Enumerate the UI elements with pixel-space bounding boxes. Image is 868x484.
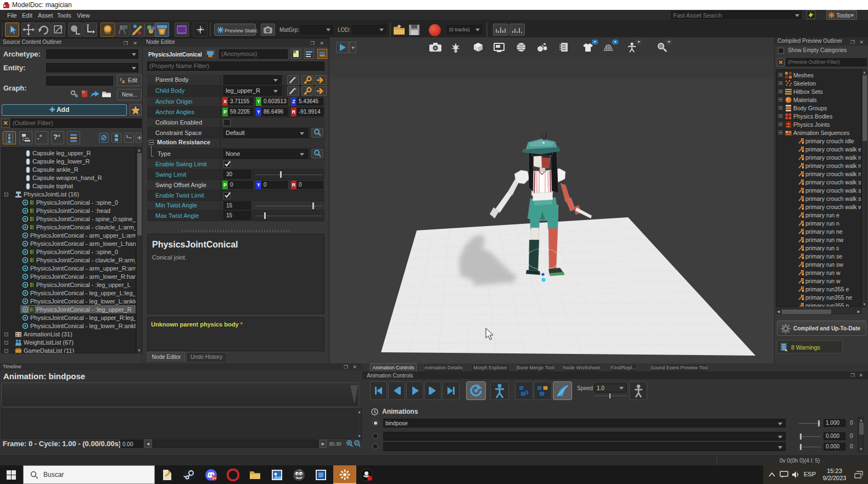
svg-text:4: 4: [122, 79, 125, 85]
svg-text:9+: 9+: [212, 476, 216, 480]
